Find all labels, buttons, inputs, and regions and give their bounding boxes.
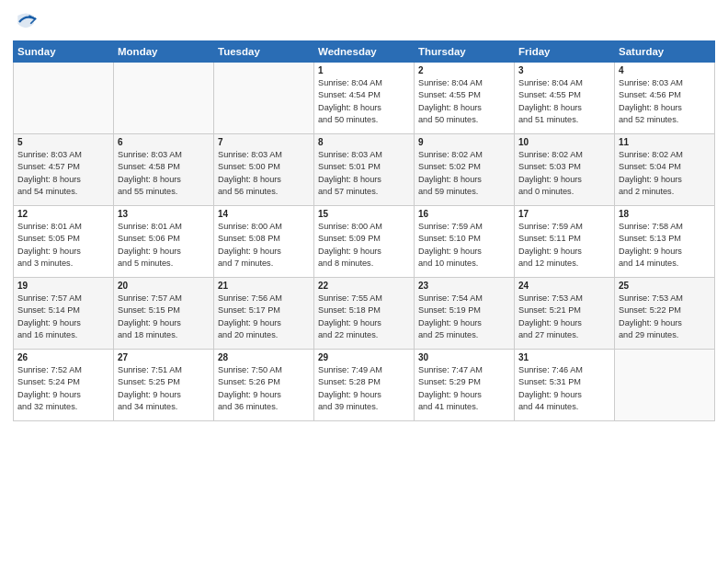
day-info: Sunrise: 7:46 AM Sunset: 5:31 PM Dayligh… bbox=[518, 364, 610, 413]
day-info: Sunrise: 7:57 AM Sunset: 5:15 PM Dayligh… bbox=[118, 293, 210, 341]
day-cell-13: 13Sunrise: 8:01 AM Sunset: 5:06 PM Dayli… bbox=[114, 206, 214, 278]
day-number: 15 bbox=[318, 209, 410, 219]
day-info: Sunrise: 7:57 AM Sunset: 5:14 PM Dayligh… bbox=[17, 293, 109, 341]
day-number: 31 bbox=[518, 352, 610, 362]
empty-cell bbox=[114, 63, 214, 134]
day-cell-20: 20Sunrise: 7:57 AM Sunset: 5:15 PM Dayli… bbox=[114, 278, 214, 350]
day-number: 22 bbox=[318, 281, 410, 291]
day-number: 13 bbox=[118, 209, 210, 219]
day-number: 14 bbox=[218, 209, 310, 219]
weekday-thursday: Thursday bbox=[415, 41, 515, 63]
day-info: Sunrise: 7:52 AM Sunset: 5:24 PM Dayligh… bbox=[17, 364, 109, 413]
day-info: Sunrise: 8:03 AM Sunset: 4:57 PM Dayligh… bbox=[17, 149, 109, 198]
day-info: Sunrise: 7:53 AM Sunset: 5:22 PM Dayligh… bbox=[619, 293, 711, 341]
week-row-4: 26Sunrise: 7:52 AM Sunset: 5:24 PM Dayli… bbox=[14, 350, 715, 421]
page: SundayMondayTuesdayWednesdayThursdayFrid… bbox=[0, 0, 728, 563]
day-cell-22: 22Sunrise: 7:55 AM Sunset: 5:18 PM Dayli… bbox=[314, 278, 415, 350]
day-cell-28: 28Sunrise: 7:50 AM Sunset: 5:26 PM Dayli… bbox=[214, 350, 314, 421]
day-cell-5: 5Sunrise: 8:03 AM Sunset: 4:57 PM Daylig… bbox=[14, 134, 114, 206]
day-number: 27 bbox=[118, 352, 210, 362]
day-number: 24 bbox=[518, 281, 610, 291]
day-number: 9 bbox=[418, 137, 510, 147]
week-row-3: 19Sunrise: 7:57 AM Sunset: 5:14 PM Dayli… bbox=[14, 278, 715, 350]
day-number: 2 bbox=[418, 65, 510, 75]
day-cell-26: 26Sunrise: 7:52 AM Sunset: 5:24 PM Dayli… bbox=[14, 350, 114, 421]
day-info: Sunrise: 7:59 AM Sunset: 5:11 PM Dayligh… bbox=[518, 221, 610, 270]
calendar-table: SundayMondayTuesdayWednesdayThursdayFrid… bbox=[13, 40, 715, 421]
weekday-friday: Friday bbox=[515, 41, 615, 63]
day-number: 30 bbox=[418, 352, 510, 362]
day-info: Sunrise: 7:59 AM Sunset: 5:10 PM Dayligh… bbox=[418, 221, 510, 270]
day-number: 6 bbox=[118, 137, 210, 147]
empty-cell bbox=[615, 350, 715, 421]
day-info: Sunrise: 7:56 AM Sunset: 5:17 PM Dayligh… bbox=[218, 293, 310, 341]
day-cell-9: 9Sunrise: 8:02 AM Sunset: 5:02 PM Daylig… bbox=[415, 134, 515, 206]
day-cell-29: 29Sunrise: 7:49 AM Sunset: 5:28 PM Dayli… bbox=[314, 350, 415, 421]
day-info: Sunrise: 7:51 AM Sunset: 5:25 PM Dayligh… bbox=[118, 364, 210, 413]
day-info: Sunrise: 8:02 AM Sunset: 5:02 PM Dayligh… bbox=[418, 149, 510, 198]
logo-icon bbox=[13, 9, 39, 35]
day-number: 1 bbox=[318, 65, 410, 75]
day-number: 12 bbox=[17, 209, 109, 219]
day-cell-19: 19Sunrise: 7:57 AM Sunset: 5:14 PM Dayli… bbox=[14, 278, 114, 350]
day-number: 4 bbox=[619, 65, 711, 75]
day-number: 25 bbox=[619, 281, 711, 291]
day-cell-4: 4Sunrise: 8:03 AM Sunset: 4:56 PM Daylig… bbox=[615, 63, 715, 134]
week-row-1: 5Sunrise: 8:03 AM Sunset: 4:57 PM Daylig… bbox=[14, 134, 715, 206]
day-number: 10 bbox=[518, 137, 610, 147]
week-row-2: 12Sunrise: 8:01 AM Sunset: 5:05 PM Dayli… bbox=[14, 206, 715, 278]
day-info: Sunrise: 7:55 AM Sunset: 5:18 PM Dayligh… bbox=[318, 293, 410, 341]
day-number: 16 bbox=[418, 209, 510, 219]
day-cell-21: 21Sunrise: 7:56 AM Sunset: 5:17 PM Dayli… bbox=[214, 278, 314, 350]
weekday-sunday: Sunday bbox=[14, 41, 114, 63]
day-cell-24: 24Sunrise: 7:53 AM Sunset: 5:21 PM Dayli… bbox=[515, 278, 615, 350]
day-cell-27: 27Sunrise: 7:51 AM Sunset: 5:25 PM Dayli… bbox=[114, 350, 214, 421]
day-cell-7: 7Sunrise: 8:03 AM Sunset: 5:00 PM Daylig… bbox=[214, 134, 314, 206]
weekday-saturday: Saturday bbox=[615, 41, 715, 63]
day-info: Sunrise: 8:00 AM Sunset: 5:09 PM Dayligh… bbox=[318, 221, 410, 270]
weekday-tuesday: Tuesday bbox=[214, 41, 314, 63]
day-info: Sunrise: 8:02 AM Sunset: 5:03 PM Dayligh… bbox=[518, 149, 610, 198]
day-number: 20 bbox=[118, 281, 210, 291]
day-info: Sunrise: 7:58 AM Sunset: 5:13 PM Dayligh… bbox=[619, 221, 711, 270]
day-cell-2: 2Sunrise: 8:04 AM Sunset: 4:55 PM Daylig… bbox=[415, 63, 515, 134]
day-number: 19 bbox=[17, 281, 109, 291]
day-cell-11: 11Sunrise: 8:02 AM Sunset: 5:04 PM Dayli… bbox=[615, 134, 715, 206]
day-number: 3 bbox=[518, 65, 610, 75]
day-info: Sunrise: 8:01 AM Sunset: 5:06 PM Dayligh… bbox=[118, 221, 210, 270]
empty-cell bbox=[214, 63, 314, 134]
day-number: 21 bbox=[218, 281, 310, 291]
day-number: 5 bbox=[17, 137, 109, 147]
day-info: Sunrise: 8:03 AM Sunset: 4:58 PM Dayligh… bbox=[118, 149, 210, 198]
day-cell-1: 1Sunrise: 8:04 AM Sunset: 4:54 PM Daylig… bbox=[314, 63, 415, 134]
day-info: Sunrise: 7:49 AM Sunset: 5:28 PM Dayligh… bbox=[318, 364, 410, 413]
day-info: Sunrise: 8:03 AM Sunset: 5:00 PM Dayligh… bbox=[218, 149, 310, 198]
week-row-0: 1Sunrise: 8:04 AM Sunset: 4:54 PM Daylig… bbox=[14, 63, 715, 134]
day-info: Sunrise: 8:04 AM Sunset: 4:54 PM Dayligh… bbox=[318, 77, 410, 126]
day-info: Sunrise: 8:00 AM Sunset: 5:08 PM Dayligh… bbox=[218, 221, 310, 270]
day-info: Sunrise: 7:53 AM Sunset: 5:21 PM Dayligh… bbox=[518, 293, 610, 341]
weekday-wednesday: Wednesday bbox=[314, 41, 415, 63]
day-cell-25: 25Sunrise: 7:53 AM Sunset: 5:22 PM Dayli… bbox=[615, 278, 715, 350]
day-info: Sunrise: 8:04 AM Sunset: 4:55 PM Dayligh… bbox=[518, 77, 610, 126]
day-number: 28 bbox=[218, 352, 310, 362]
day-cell-14: 14Sunrise: 8:00 AM Sunset: 5:08 PM Dayli… bbox=[214, 206, 314, 278]
day-number: 8 bbox=[318, 137, 410, 147]
day-cell-23: 23Sunrise: 7:54 AM Sunset: 5:19 PM Dayli… bbox=[415, 278, 515, 350]
day-cell-8: 8Sunrise: 8:03 AM Sunset: 5:01 PM Daylig… bbox=[314, 134, 415, 206]
day-cell-10: 10Sunrise: 8:02 AM Sunset: 5:03 PM Dayli… bbox=[515, 134, 615, 206]
day-cell-16: 16Sunrise: 7:59 AM Sunset: 5:10 PM Dayli… bbox=[415, 206, 515, 278]
day-cell-31: 31Sunrise: 7:46 AM Sunset: 5:31 PM Dayli… bbox=[515, 350, 615, 421]
day-info: Sunrise: 8:01 AM Sunset: 5:05 PM Dayligh… bbox=[17, 221, 109, 270]
day-cell-18: 18Sunrise: 7:58 AM Sunset: 5:13 PM Dayli… bbox=[615, 206, 715, 278]
day-cell-3: 3Sunrise: 8:04 AM Sunset: 4:55 PM Daylig… bbox=[515, 63, 615, 134]
day-number: 29 bbox=[318, 352, 410, 362]
day-info: Sunrise: 7:54 AM Sunset: 5:19 PM Dayligh… bbox=[418, 293, 510, 341]
weekday-monday: Monday bbox=[114, 41, 214, 63]
day-cell-6: 6Sunrise: 8:03 AM Sunset: 4:58 PM Daylig… bbox=[114, 134, 214, 206]
day-number: 11 bbox=[619, 137, 711, 147]
header bbox=[13, 9, 715, 35]
day-info: Sunrise: 7:47 AM Sunset: 5:29 PM Dayligh… bbox=[418, 364, 510, 413]
day-info: Sunrise: 8:03 AM Sunset: 5:01 PM Dayligh… bbox=[318, 149, 410, 198]
day-number: 26 bbox=[17, 352, 109, 362]
